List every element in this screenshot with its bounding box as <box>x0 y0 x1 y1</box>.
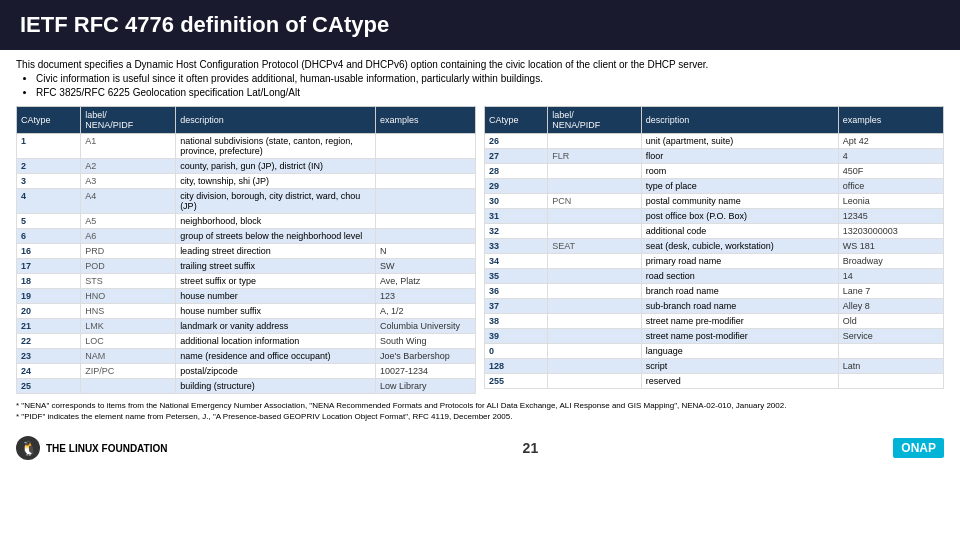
cell-desc: street suffix or type <box>176 274 376 289</box>
cell-desc: reserved <box>641 374 838 389</box>
table-row: 20 HNS house number suffix A, 1/2 <box>17 304 476 319</box>
cell-catype: 4 <box>17 189 81 214</box>
onap-logo: ONAP <box>893 438 944 458</box>
left-col-examples: examples <box>376 107 476 134</box>
cell-label: PRD <box>81 244 176 259</box>
cell-desc: street name pre-modifier <box>641 314 838 329</box>
cell-examples: 10027-1234 <box>376 364 476 379</box>
cell-catype: 255 <box>485 374 548 389</box>
cell-examples: N <box>376 244 476 259</box>
cell-catype: 31 <box>485 209 548 224</box>
left-table: CAtype label/NENA/PIDF description examp… <box>16 106 476 394</box>
cell-examples: office <box>838 179 943 194</box>
cell-catype: 28 <box>485 164 548 179</box>
cell-examples: 4 <box>838 149 943 164</box>
cell-desc: additional code <box>641 224 838 239</box>
left-col-label: label/NENA/PIDF <box>81 107 176 134</box>
cell-label <box>548 314 642 329</box>
cell-label: FLR <box>548 149 642 164</box>
cell-catype: 5 <box>17 214 81 229</box>
cell-label: ZIP/PC <box>81 364 176 379</box>
cell-catype: 36 <box>485 284 548 299</box>
cell-examples: South Wing <box>376 334 476 349</box>
left-col-catype: CAtype <box>17 107 81 134</box>
cell-desc: trailing street suffix <box>176 259 376 274</box>
cell-examples: Latn <box>838 359 943 374</box>
cell-label <box>548 254 642 269</box>
cell-label: A1 <box>81 134 176 159</box>
cell-desc: additional location information <box>176 334 376 349</box>
linux-text: THE LINUX FOUNDATION <box>46 443 167 454</box>
table-row: 33 SEAT seat (desk, cubicle, workstation… <box>485 239 944 254</box>
cell-desc: road section <box>641 269 838 284</box>
cell-desc: type of place <box>641 179 838 194</box>
cell-desc: building (structure) <box>176 379 376 394</box>
table-row: 30 PCN postal community name Leonia <box>485 194 944 209</box>
cell-desc: city division, borough, city district, w… <box>176 189 376 214</box>
cell-examples: Alley 8 <box>838 299 943 314</box>
table-row: 38 street name pre-modifier Old <box>485 314 944 329</box>
cell-desc: street name post-modifier <box>641 329 838 344</box>
table-row: 27 FLR floor 4 <box>485 149 944 164</box>
cell-catype: 2 <box>17 159 81 174</box>
table-row: 35 road section 14 <box>485 269 944 284</box>
cell-label <box>548 179 642 194</box>
cell-desc: leading street direction <box>176 244 376 259</box>
cell-label <box>548 134 642 149</box>
page-number: 21 <box>523 440 539 456</box>
cell-label <box>548 224 642 239</box>
cell-label <box>548 164 642 179</box>
cell-examples <box>376 174 476 189</box>
cell-catype: 21 <box>17 319 81 334</box>
cell-catype: 34 <box>485 254 548 269</box>
cell-label <box>548 209 642 224</box>
cell-desc: house number suffix <box>176 304 376 319</box>
cell-label <box>548 359 642 374</box>
cell-desc: room <box>641 164 838 179</box>
cell-desc: neighborhood, block <box>176 214 376 229</box>
cell-label: NAM <box>81 349 176 364</box>
cell-label: LOC <box>81 334 176 349</box>
cell-desc: sub-branch road name <box>641 299 838 314</box>
cell-examples: Lane 7 <box>838 284 943 299</box>
table-row: 255 reserved <box>485 374 944 389</box>
right-col-desc: description <box>641 107 838 134</box>
table-row: 23 NAM name (residence and office occupa… <box>17 349 476 364</box>
cell-examples: SW <box>376 259 476 274</box>
cell-catype: 32 <box>485 224 548 239</box>
cell-catype: 39 <box>485 329 548 344</box>
table-row: 39 street name post-modifier Service <box>485 329 944 344</box>
cell-examples: Ave, Platz <box>376 274 476 289</box>
cell-label <box>548 374 642 389</box>
table-row: 18 STS street suffix or type Ave, Platz <box>17 274 476 289</box>
cell-desc: house number <box>176 289 376 304</box>
cell-catype: 18 <box>17 274 81 289</box>
table-row: 6 A6 group of streets below the neighbor… <box>17 229 476 244</box>
bottom-bar: 🐧 THE LINUX FOUNDATION 21 ONAP <box>0 432 960 464</box>
footer-notes: * "NENA" corresponds to items from the N… <box>16 400 944 422</box>
intro-bullet2: RFC 3825/RFC 6225 Geolocation specificat… <box>36 87 300 98</box>
cell-examples: 123 <box>376 289 476 304</box>
cell-examples: WS 181 <box>838 239 943 254</box>
cell-desc: language <box>641 344 838 359</box>
cell-label: PCN <box>548 194 642 209</box>
cell-label: STS <box>81 274 176 289</box>
cell-examples: Low Library <box>376 379 476 394</box>
cell-label <box>548 284 642 299</box>
tables-container: CAtype label/NENA/PIDF description examp… <box>16 106 944 394</box>
cell-desc: landmark or vanity address <box>176 319 376 334</box>
cell-label: HNS <box>81 304 176 319</box>
cell-desc: primary road name <box>641 254 838 269</box>
cell-label: A3 <box>81 174 176 189</box>
cell-desc: script <box>641 359 838 374</box>
footer-note2: * "PIDF" indicates the element name from… <box>16 411 944 422</box>
cell-label: A4 <box>81 189 176 214</box>
table-row: 26 unit (apartment, suite) Apt 42 <box>485 134 944 149</box>
cell-desc: post office box (P.O. Box) <box>641 209 838 224</box>
cell-catype: 23 <box>17 349 81 364</box>
cell-desc: seat (desk, cubicle, workstation) <box>641 239 838 254</box>
cell-examples <box>838 374 943 389</box>
cell-catype: 30 <box>485 194 548 209</box>
cell-examples: Columbia University <box>376 319 476 334</box>
cell-examples <box>376 229 476 244</box>
